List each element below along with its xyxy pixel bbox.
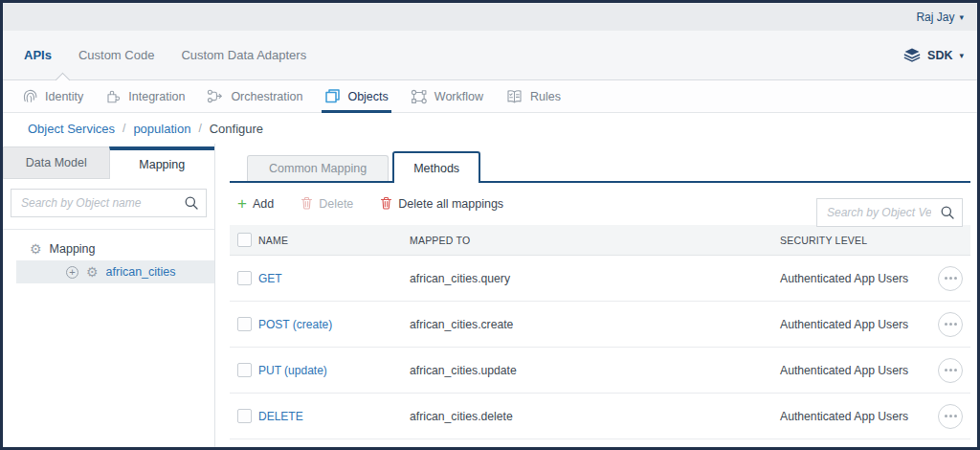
row-checkbox[interactable] bbox=[237, 409, 252, 423]
header-name: NAME bbox=[258, 235, 410, 246]
row-actions-button[interactable] bbox=[938, 404, 963, 429]
tab-apis[interactable]: APIs bbox=[24, 48, 52, 62]
orchestration-icon bbox=[207, 88, 224, 104]
plus-icon: + bbox=[237, 195, 247, 212]
nav-label-workflow: Workflow bbox=[434, 90, 483, 103]
tab-data-model[interactable]: Data Model bbox=[3, 146, 109, 179]
search-icon[interactable] bbox=[940, 205, 955, 224]
row-actions-button[interactable] bbox=[938, 358, 963, 383]
mapped-to-value: african_cities.delete bbox=[410, 410, 780, 423]
gear-icon: ⚙ bbox=[30, 242, 42, 256]
tab-common-mapping[interactable]: Common Mapping bbox=[247, 155, 389, 181]
add-button[interactable]: + Add bbox=[237, 197, 274, 212]
fingerprint-icon bbox=[22, 88, 38, 104]
row-checkbox[interactable] bbox=[237, 271, 252, 285]
methods-table: NAME MAPPED TO SECURITY LEVEL GET africa… bbox=[230, 225, 970, 439]
row-actions-button[interactable] bbox=[938, 312, 963, 337]
breadcrumb-population[interactable]: population bbox=[133, 122, 190, 136]
methods-toolbar: + Add Delete bbox=[230, 190, 970, 218]
mapping-tree: ⚙ Mapping + ⚙ african_cities bbox=[3, 230, 214, 283]
tree-root-label: Mapping bbox=[50, 242, 96, 256]
nav-label-integration: Integration bbox=[128, 90, 185, 103]
objects-icon bbox=[324, 88, 341, 104]
trash-icon bbox=[301, 196, 313, 213]
module-nav: Identity Integration Orchestration bbox=[3, 80, 977, 113]
mapped-to-value: african_cities.create bbox=[410, 318, 780, 331]
nav-item-workflow[interactable]: Workflow bbox=[411, 80, 483, 112]
tab-custom-code[interactable]: Custom Code bbox=[78, 48, 154, 62]
security-level-value: Authenticated App Users bbox=[780, 318, 930, 331]
table-row-get: GET african_cities.query Authenticated A… bbox=[230, 256, 970, 302]
mapped-to-value: african_cities.update bbox=[410, 364, 780, 377]
nav-item-identity[interactable]: Identity bbox=[22, 80, 83, 112]
row-actions-button[interactable] bbox=[938, 266, 963, 291]
tab-mapping[interactable]: Mapping bbox=[109, 146, 215, 179]
primary-nav-bar: APIs Custom Code Custom Data Adapters SD… bbox=[3, 31, 977, 80]
delete-all-mappings-button[interactable]: Delete all mappings bbox=[380, 196, 503, 213]
sdk-label: SDK bbox=[927, 49, 952, 62]
nav-item-integration[interactable]: Integration bbox=[105, 80, 185, 112]
puzzle-icon bbox=[105, 88, 122, 104]
active-tab-underline bbox=[230, 181, 970, 183]
nav-label-identity: Identity bbox=[45, 90, 83, 103]
tree-root-mapping[interactable]: ⚙ Mapping bbox=[3, 237, 214, 260]
sdk-layers-icon bbox=[903, 47, 921, 63]
nav-item-rules[interactable]: Rules bbox=[505, 80, 561, 112]
header-security-level: SECURITY LEVEL bbox=[780, 235, 930, 246]
workflow-icon bbox=[411, 89, 428, 104]
user-menu[interactable]: Raj Jay ▾ bbox=[916, 11, 964, 24]
breadcrumb-separator: / bbox=[122, 122, 125, 135]
table-row-put: PUT (update) african_cities.update Authe… bbox=[230, 348, 970, 394]
nav-label-rules: Rules bbox=[530, 90, 561, 103]
tree-item-african-cities[interactable]: + ⚙ african_cities bbox=[16, 260, 214, 283]
chevron-down-icon: ▾ bbox=[959, 12, 964, 22]
header-mapped-to: MAPPED TO bbox=[410, 235, 780, 246]
table-row-post: POST (create) african_cities.create Auth… bbox=[230, 302, 970, 348]
security-level-value: Authenticated App Users bbox=[780, 410, 930, 423]
method-name-link[interactable]: POST (create) bbox=[258, 318, 410, 331]
tab-custom-data-adapters[interactable]: Custom Data Adapters bbox=[181, 48, 306, 62]
user-name-label: Raj Jay bbox=[916, 11, 954, 24]
nav-item-objects[interactable]: Objects bbox=[324, 80, 388, 112]
chevron-down-icon: ▾ bbox=[959, 51, 964, 60]
mapped-to-value: african_cities.query bbox=[410, 272, 780, 285]
nav-item-orchestration[interactable]: Orchestration bbox=[207, 80, 302, 112]
nav-label-orchestration: Orchestration bbox=[231, 90, 302, 103]
delete-button-label: Delete bbox=[319, 197, 353, 211]
delete-all-button-label: Delete all mappings bbox=[398, 197, 503, 211]
user-bar: Raj Jay ▾ bbox=[3, 3, 977, 31]
tab-methods[interactable]: Methods bbox=[392, 151, 480, 183]
breadcrumb: Object Services / population / Configure bbox=[3, 113, 977, 144]
method-name-link[interactable]: DELETE bbox=[258, 410, 410, 423]
table-header-row: NAME MAPPED TO SECURITY LEVEL bbox=[230, 225, 970, 256]
method-name-link[interactable]: GET bbox=[258, 272, 410, 285]
nav-label-objects: Objects bbox=[347, 90, 388, 103]
table-row-delete: DELETE african_cities.delete Authenticat… bbox=[230, 394, 970, 439]
sidebar-tabs: Data Model Mapping bbox=[3, 146, 214, 179]
breadcrumb-configure: Configure bbox=[210, 122, 263, 136]
sidebar: Data Model Mapping ⚙ Mapping bbox=[3, 144, 215, 447]
main-panel: Common Mapping Methods + Add Delete bbox=[215, 144, 977, 447]
breadcrumb-object-services[interactable]: Object Services bbox=[28, 122, 115, 136]
security-level-value: Authenticated App Users bbox=[780, 364, 930, 377]
content-area: Data Model Mapping ⚙ Mapping bbox=[3, 144, 977, 447]
trash-icon bbox=[380, 196, 392, 213]
object-name-search-input[interactable] bbox=[11, 189, 207, 217]
gear-icon: ⚙ bbox=[86, 265, 99, 279]
method-name-link[interactable]: PUT (update) bbox=[258, 364, 410, 377]
search-icon[interactable] bbox=[184, 195, 199, 214]
security-level-value: Authenticated App Users bbox=[780, 272, 930, 285]
sdk-menu[interactable]: SDK ▾ bbox=[903, 47, 964, 63]
breadcrumb-separator: / bbox=[198, 122, 201, 135]
delete-button[interactable]: Delete bbox=[301, 196, 353, 213]
tree-item-label: african_cities bbox=[106, 265, 176, 279]
row-checkbox[interactable] bbox=[237, 363, 252, 377]
object-verb-search bbox=[816, 198, 963, 227]
add-button-label: Add bbox=[253, 197, 274, 211]
app-window: Raj Jay ▾ APIs Custom Code Custom Data A… bbox=[0, 0, 980, 450]
object-name-search bbox=[11, 189, 207, 217]
select-all-checkbox[interactable] bbox=[237, 233, 252, 247]
row-checkbox[interactable] bbox=[237, 317, 252, 331]
rules-book-icon bbox=[505, 89, 523, 104]
expand-icon[interactable]: + bbox=[66, 266, 78, 279]
